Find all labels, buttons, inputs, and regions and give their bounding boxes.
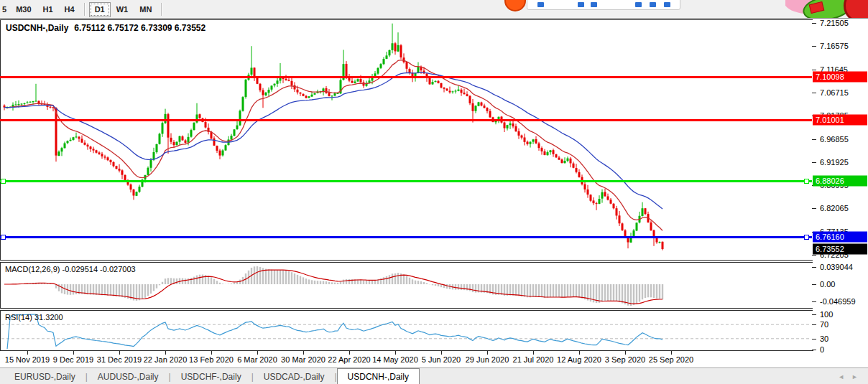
date-axis-label: 9 Dec 2019: [53, 355, 93, 364]
toolbar-icon[interactable]: [650, 2, 656, 7]
date-tick: [395, 351, 396, 355]
date-axis-label: 6 Mar 2020: [237, 355, 277, 364]
level-line-resistance-upper[interactable]: [0, 76, 812, 78]
chart-canvas[interactable]: [0, 0, 868, 384]
level-line-support-green[interactable]: [0, 180, 812, 182]
macd-axis-label: -0.046959: [820, 297, 856, 306]
date-tick: [303, 351, 304, 355]
brand-logo-icon: [504, 0, 526, 11]
price-tick: [812, 70, 816, 70]
price-axis-label: 7.16575: [820, 42, 849, 50]
toolbar-icon[interactable]: [591, 2, 597, 7]
toolbar-icon[interactable]: [664, 2, 670, 7]
price-axis-label: 6.91925: [820, 158, 849, 167]
level-line-resistance-lower[interactable]: [0, 119, 812, 121]
toolbar-icon[interactable]: [578, 2, 584, 7]
date-tick: [211, 351, 212, 355]
rsi-axis-label: 100: [820, 310, 833, 319]
level-marker[interactable]: [804, 179, 809, 184]
date-axis-label: 5 Jun 2020: [422, 355, 461, 364]
date-tick: [441, 351, 442, 355]
date-axis-label: 29 Jun 2020: [466, 355, 509, 364]
price-tick: [812, 93, 816, 93]
chart-title: USDCNH-,Daily6.75112 6.75172 6.73309 6.7…: [6, 23, 206, 33]
macd-axis-label: 0.00: [820, 280, 835, 289]
toolbar-icon[interactable]: [537, 2, 544, 7]
red-ball-icon: [844, 0, 868, 18]
price-tick: [812, 255, 816, 256]
date-tick: [671, 351, 672, 355]
rsi-axis-tick: [812, 314, 816, 315]
price-tick: [812, 208, 816, 209]
rsi-axis-tick: [812, 350, 816, 350]
price-level-badge: 6.88026: [813, 175, 867, 186]
timeframe-W1[interactable]: W1: [111, 2, 134, 17]
price-tick: [812, 23, 816, 24]
mt4-window: 5M30H1H4D1W1MN USDCNH-,Daily6.75112 6.75…: [0, 0, 868, 384]
level-marker[interactable]: [1, 179, 6, 184]
date-tick: [487, 351, 488, 355]
level-line-support-blue[interactable]: [0, 236, 812, 238]
timeframe-5[interactable]: 5: [1, 2, 10, 17]
date-axis-label: 22 Jan 2020: [144, 355, 188, 364]
date-axis-label: 12 Aug 2020: [557, 355, 601, 364]
chart-tab-eurusd[interactable]: EURUSD-,Daily: [4, 368, 86, 384]
macd-indicator-label: MACD(12,26,9) -0.029514 -0.027003: [5, 265, 136, 273]
price-tick: [812, 46, 816, 47]
symbol-period-label: USDCNH-,Daily: [6, 23, 68, 33]
date-tick: [349, 351, 350, 355]
macd-axis-tick: [812, 284, 816, 285]
macd-axis-tick: [812, 267, 816, 268]
timeframe-M30[interactable]: M30: [10, 2, 37, 17]
ohlc-values: 6.75112 6.75172 6.73309 6.73552: [74, 23, 206, 33]
date-axis-label: 22 Apr 2020: [328, 355, 370, 364]
price-tick: [812, 139, 816, 140]
date-axis-label: 25 Sep 2020: [649, 355, 693, 364]
chart-tab-bar: EURUSD-,Daily|AUDUSD-,Daily|USDCHF-,Dail…: [0, 367, 868, 384]
date-tick: [119, 351, 120, 355]
rsi-axis-label: 0: [820, 345, 824, 354]
date-tick: [165, 351, 166, 355]
level-marker[interactable]: [1, 235, 6, 240]
toolbar-separator: [161, 3, 162, 16]
price-level-badge: 7.01001: [813, 114, 867, 125]
date-tick: [73, 351, 74, 355]
timeframe-H4[interactable]: H4: [59, 2, 80, 17]
scroll-left-icon[interactable]: ◄: [838, 373, 844, 380]
timeframe-MN[interactable]: MN: [134, 2, 157, 17]
chart-tab-usdcad[interactable]: USDCAD-,Daily: [254, 368, 335, 384]
rsi-axis-label: 30: [820, 334, 828, 343]
toolbar-icon[interactable]: [635, 2, 642, 7]
rsi-axis-tick: [812, 324, 816, 325]
date-axis-label: 21 Jul 2020: [513, 355, 554, 364]
date-axis-label: 30 Mar 2020: [281, 355, 326, 364]
date-tick: [579, 351, 580, 355]
rsi-axis-tick: [812, 339, 816, 339]
current-price-badge: 6.73552: [813, 244, 867, 255]
price-tick: [812, 162, 816, 163]
timeframe-toolbar: 5M30H1H4D1W1MN: [0, 0, 868, 19]
timeframe-D1[interactable]: D1: [89, 2, 111, 17]
chart-tab-usdchf[interactable]: USDCHF-,Daily: [171, 368, 251, 384]
price-axis-label: 7.21505: [820, 19, 849, 27]
date-tick: [257, 351, 258, 355]
timeframe-H1[interactable]: H1: [37, 2, 59, 17]
date-tick: [625, 351, 626, 355]
chart-tab-usdcnh[interactable]: USDCNH-,Daily: [337, 368, 420, 384]
tab-scroll-arrows: ◄ ►: [838, 368, 858, 384]
macd-axis-label: 0.039044: [820, 263, 853, 271]
price-level-badge: 7.10098: [813, 71, 867, 82]
level-marker[interactable]: [804, 235, 809, 240]
date-axis-label: 14 May 2020: [372, 355, 418, 364]
date-axis-label: 31 Dec 2019: [97, 355, 142, 364]
price-axis-label: 7.06715: [820, 88, 849, 97]
chart-tab-audusd[interactable]: AUDUSD-,Daily: [88, 368, 169, 384]
toolbar-separator: [84, 3, 86, 16]
rsi-indicator-label: RSI(14) 31.3200: [5, 313, 63, 322]
price-axis-label: 6.82065: [820, 204, 849, 212]
price-level-badge: 6.76160: [813, 231, 867, 242]
date-axis-label: 3 Sep 2020: [605, 355, 645, 364]
date-tick: [27, 351, 28, 355]
scroll-right-icon[interactable]: ►: [851, 373, 858, 380]
floating-toolbar: [527, 0, 680, 10]
